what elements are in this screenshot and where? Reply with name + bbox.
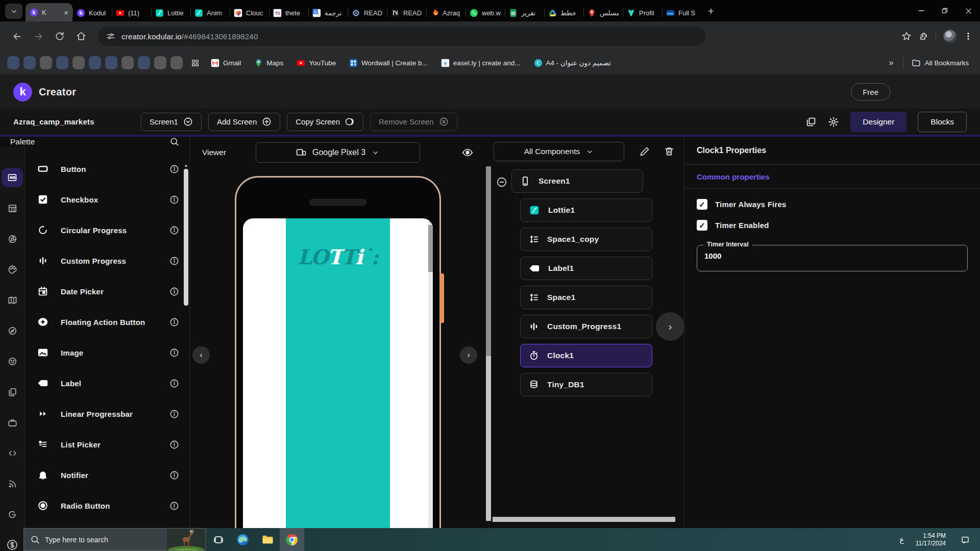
- notification-center-icon[interactable]: [955, 535, 975, 544]
- palette-category[interactable]: [2, 474, 23, 493]
- info-icon[interactable]: [169, 317, 179, 327]
- checkbox[interactable]: ✓: [697, 199, 707, 210]
- browser-tab[interactable]: READ: [387, 4, 426, 21]
- forward-button[interactable]: [29, 27, 48, 46]
- screen-action-button[interactable]: Copy Screen: [287, 113, 363, 131]
- info-icon[interactable]: [169, 470, 179, 480]
- palette-category[interactable]: [2, 321, 23, 340]
- palette-category[interactable]: [2, 535, 23, 551]
- component-tree-item[interactable]: Clock1: [520, 344, 652, 367]
- palette-category[interactable]: [2, 168, 23, 187]
- browser-tab[interactable]: Azraq: [426, 4, 465, 21]
- new-tab-button[interactable]: +: [703, 4, 719, 19]
- info-icon[interactable]: [169, 287, 179, 296]
- search-icon[interactable]: [169, 137, 179, 146]
- info-icon[interactable]: [169, 501, 179, 511]
- browser-tab[interactable]: Lottie: [151, 4, 190, 21]
- info-icon[interactable]: [169, 226, 179, 235]
- bookmark-star-icon[interactable]: [901, 31, 912, 41]
- bookmark[interactable]: C A4 - تصميم دون عنوان: [531, 59, 615, 67]
- edge-taskbar-icon[interactable]: [231, 528, 255, 551]
- tab-group-chip[interactable]: [138, 56, 150, 69]
- palette-category[interactable]: [2, 198, 23, 218]
- home-button[interactable]: [71, 27, 91, 46]
- visibility-toggle-icon[interactable]: [462, 147, 473, 158]
- designer-tab[interactable]: Designer: [850, 112, 906, 132]
- reload-button[interactable]: [50, 27, 69, 46]
- tab-group-chip[interactable]: [105, 56, 117, 69]
- tab-group-chip[interactable]: [154, 56, 166, 69]
- info-icon[interactable]: [169, 379, 179, 388]
- extensions-icon[interactable]: [919, 32, 928, 41]
- bookmark[interactable]: Wordwall | Create b...: [346, 59, 430, 67]
- palette-category[interactable]: [2, 382, 23, 402]
- browser-tab[interactable]: Anim: [190, 4, 230, 21]
- component-tree-item[interactable]: Tiny_DB1: [520, 373, 652, 396]
- palette-item[interactable]: Image: [25, 337, 189, 368]
- palette-item[interactable]: Floating Action Button: [25, 307, 189, 337]
- timer-interval-input[interactable]: [704, 252, 857, 260]
- tab-group-chip[interactable]: [89, 56, 101, 69]
- palette-category[interactable]: [2, 260, 23, 279]
- component-tree-item[interactable]: Space1: [520, 286, 652, 309]
- palette-scrollbar[interactable]: ▲: [184, 164, 188, 551]
- expand-viewer-button[interactable]: ›: [460, 346, 477, 364]
- palette-item[interactable]: Custom Progress: [25, 245, 189, 276]
- properties-section-link[interactable]: Common properties: [684, 165, 980, 188]
- browser-tab[interactable]: READ: [348, 4, 387, 21]
- checkbox[interactable]: ✓: [697, 220, 707, 231]
- expand-components-button[interactable]: ›: [656, 312, 684, 341]
- screen-action-button[interactable]: Remove Screen: [370, 113, 457, 131]
- all-components-dropdown[interactable]: All Components: [494, 142, 624, 161]
- task-view-button[interactable]: [206, 528, 231, 551]
- restore-button[interactable]: [933, 0, 957, 21]
- palette-item[interactable]: Linear Progressbar: [25, 398, 189, 429]
- browser-tab[interactable]: مسلس: [583, 4, 623, 21]
- tab-group-chip[interactable]: [170, 56, 183, 69]
- profile-avatar[interactable]: [943, 30, 957, 43]
- minimize-button[interactable]: [910, 0, 933, 21]
- back-button[interactable]: [7, 27, 27, 46]
- browser-tab[interactable]: TS thete: [269, 4, 308, 21]
- info-icon[interactable]: [169, 256, 179, 266]
- info-icon[interactable]: [169, 348, 179, 358]
- address-bar[interactable]: creator.kodular.io/#4698413061898240: [98, 27, 705, 46]
- browser-tab[interactable]: web.w: [465, 4, 505, 21]
- info-icon[interactable]: [169, 440, 179, 449]
- browser-tab[interactable]: تقرير: [505, 4, 544, 21]
- palette-category[interactable]: [2, 505, 23, 524]
- tab-group-chip[interactable]: [121, 56, 134, 69]
- component-tree-item[interactable]: Space1_copy: [520, 228, 652, 251]
- taskbar-search[interactable]: Type here to search: [23, 528, 206, 551]
- component-tree-item[interactable]: Lottie1: [520, 198, 652, 222]
- browser-tab[interactable]: k Kodul: [72, 4, 112, 21]
- timer-interval-field[interactable]: Timer Interval: [697, 245, 968, 271]
- bookmark[interactable]: e easel.ly | create and...: [438, 59, 524, 67]
- phone-screen[interactable]: LOTTi˙: ▲: [243, 218, 433, 528]
- close-button[interactable]: [957, 0, 980, 21]
- bookmark[interactable]: YouTube: [293, 59, 339, 67]
- component-tree-item[interactable]: Label1: [520, 257, 652, 280]
- component-tree-root[interactable]: Screen1: [511, 169, 643, 193]
- palette-item[interactable]: Radio Button: [25, 490, 189, 521]
- browser-tab[interactable]: k K ×: [26, 3, 72, 21]
- components-horizontal-scrollbar[interactable]: [493, 517, 675, 522]
- browser-tab[interactable]: خطط: [544, 4, 583, 21]
- tab-group-chip[interactable]: [7, 56, 19, 69]
- component-tree-item[interactable]: Custom_Progress1: [520, 315, 652, 338]
- browser-menu-icon[interactable]: [964, 32, 973, 41]
- palette-item[interactable]: List Picker: [25, 429, 189, 460]
- collapse-palette-button[interactable]: ‹: [192, 346, 210, 364]
- screen-action-button[interactable]: Add Screen: [208, 113, 280, 131]
- tab-group-chip[interactable]: [56, 56, 68, 69]
- palette-category[interactable]: [2, 413, 23, 432]
- screen-action-button[interactable]: Screen1: [141, 113, 202, 131]
- palette-category[interactable]: [2, 352, 23, 371]
- palette-item[interactable]: Label: [25, 368, 189, 398]
- palette-category[interactable]: [2, 290, 23, 310]
- taskbar-clock[interactable]: 1:54 PM 11/17/2024: [916, 532, 946, 547]
- info-icon[interactable]: [169, 195, 179, 205]
- rename-component-icon[interactable]: [640, 146, 650, 157]
- palette-item[interactable]: Notifier: [25, 460, 189, 490]
- collapse-tree-icon[interactable]: [496, 177, 507, 188]
